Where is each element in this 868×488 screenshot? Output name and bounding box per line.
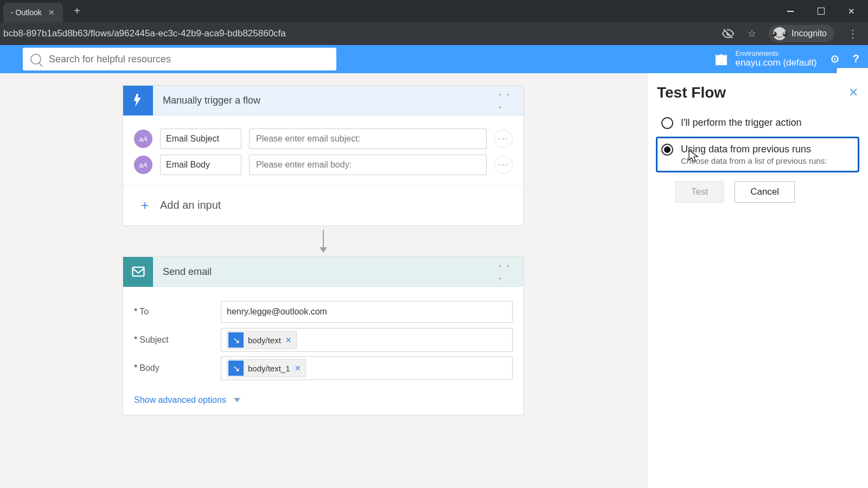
radio-label: I'll perform the trigger action <box>681 117 802 129</box>
workspace: Manually trigger a flow · · · aA Email S… <box>0 73 868 488</box>
url-text: bcb8-897b1a5d8b63/flows/a962445a-ec3c-42… <box>3 28 286 39</box>
text-param-icon: aA <box>134 130 152 148</box>
advanced-label: Show advanced options <box>134 395 226 405</box>
field-label-to: *To <box>134 307 221 317</box>
app-header: Search for helpful resources Environment… <box>0 45 868 73</box>
chevron-down-icon <box>234 398 240 402</box>
token-text: body/text_1 <box>248 364 290 373</box>
param-menu-icon[interactable]: ··· <box>494 130 513 148</box>
environment-name: enayu.com (default) <box>736 57 817 68</box>
trigger-icon <box>123 86 153 115</box>
browser-tab-strip: - Outlook ✕ + <box>0 0 868 22</box>
browser-tab[interactable]: - Outlook ✕ <box>3 3 63 22</box>
param-row: aA Email Body ··· <box>134 155 513 175</box>
param-value-input[interactable] <box>249 129 487 149</box>
param-row: aA Email Subject ··· <box>134 129 513 149</box>
token-remove-icon[interactable]: ✕ <box>295 364 301 373</box>
window-minimize-icon[interactable] <box>778 1 803 22</box>
environment-picker[interactable]: Environments enayu.com (default) <box>714 50 817 68</box>
browser-menu-icon[interactable]: ⋮ <box>844 27 861 40</box>
param-name[interactable]: Email Body <box>160 155 241 175</box>
field-label-subject: *Subject <box>134 335 221 345</box>
text-param-icon: aA <box>134 156 152 174</box>
svg-rect-0 <box>132 267 144 276</box>
tab-title: - Outlook <box>11 8 42 17</box>
settings-gear-icon[interactable] <box>830 53 840 66</box>
token-text: body/text <box>248 336 281 345</box>
radio-manual-trigger[interactable]: I'll perform the trigger action <box>657 111 858 134</box>
search-icon <box>30 54 41 65</box>
param-name[interactable]: Email Subject <box>160 129 241 149</box>
action-menu-icon[interactable]: · · · <box>499 262 517 281</box>
action-card: Send email · · · *To henry.legge@outlook… <box>123 256 524 415</box>
trigger-menu-icon[interactable]: · · · <box>499 91 517 110</box>
param-value-input[interactable] <box>249 155 487 175</box>
plus-icon: ＋ <box>138 196 151 214</box>
dynamic-token[interactable]: ↘ body/text_1 ✕ <box>227 359 306 377</box>
action-title: Send email <box>163 266 489 278</box>
tab-close-icon[interactable]: ✕ <box>48 8 55 17</box>
action-card-header[interactable]: Send email · · · <box>123 257 524 287</box>
dynamic-token[interactable]: ↘ body/text ✕ <box>227 331 297 349</box>
radio-previous-runs[interactable]: Using data from previous runs Choose dat… <box>657 138 858 171</box>
panel-close-icon[interactable]: ✕ <box>848 86 858 100</box>
test-flow-panel: Test Flow ✕ I'll perform the trigger act… <box>647 73 868 488</box>
token-icon: ↘ <box>228 332 244 348</box>
radio-label: Using data from previous runs <box>681 144 811 155</box>
mail-icon <box>123 257 153 287</box>
environments-label: Environments <box>736 50 817 57</box>
new-tab-button[interactable]: + <box>69 5 85 17</box>
incognito-label: Incognito <box>792 29 827 38</box>
test-button: Test <box>675 181 724 203</box>
search-input[interactable]: Search for helpful resources <box>23 48 336 70</box>
window-maximize-icon[interactable] <box>808 1 833 22</box>
help-icon[interactable] <box>853 53 859 65</box>
param-menu-icon[interactable]: ··· <box>494 156 513 174</box>
cancel-button[interactable]: Cancel <box>735 181 795 203</box>
radio-icon <box>661 117 673 129</box>
add-input-button[interactable]: ＋ Add an input <box>123 185 524 226</box>
window-close-icon[interactable] <box>839 1 864 22</box>
flow-canvas: Manually trigger a flow · · · aA Email S… <box>0 73 647 488</box>
trigger-card-header[interactable]: Manually trigger a flow · · · <box>123 86 524 115</box>
trigger-title: Manually trigger a flow <box>163 95 489 106</box>
radio-sublabel: Choose data from a list of previous runs… <box>681 156 827 165</box>
add-input-label: Add an input <box>160 199 221 211</box>
environments-icon <box>714 53 728 66</box>
token-icon: ↘ <box>228 361 244 376</box>
subject-input[interactable]: ↘ body/text ✕ <box>221 328 513 352</box>
browser-address-bar[interactable]: bcb8-897b1a5d8b63/flows/a962445a-ec3c-42… <box>0 22 868 45</box>
to-value: henry.legge@outlook.com <box>227 307 327 317</box>
search-placeholder: Search for helpful resources <box>49 54 171 65</box>
radio-icon <box>661 144 673 156</box>
trigger-card: Manually trigger a flow · · · aA Email S… <box>123 85 524 226</box>
panel-title: Test Flow <box>657 84 726 101</box>
incognito-icon: ◕‿◕ <box>773 27 786 40</box>
flow-connector <box>0 226 647 256</box>
incognito-indicator[interactable]: ◕‿◕ Incognito <box>769 25 834 42</box>
field-label-body: *Body <box>134 363 221 373</box>
token-remove-icon[interactable]: ✕ <box>285 336 292 344</box>
tracking-off-icon[interactable] <box>721 27 735 41</box>
show-advanced-toggle[interactable]: Show advanced options <box>123 388 524 415</box>
to-input[interactable]: henry.legge@outlook.com <box>221 301 513 323</box>
window-controls <box>778 1 868 22</box>
body-input[interactable]: ↘ body/text_1 ✕ <box>221 356 513 380</box>
bookmark-star-icon[interactable]: ☆ <box>745 27 759 41</box>
